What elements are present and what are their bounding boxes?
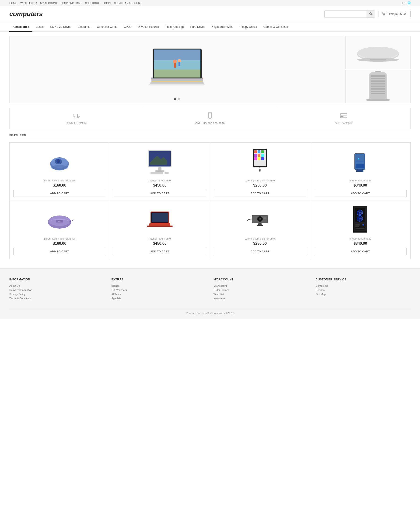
svg-rect-41: [366, 99, 390, 101]
footer-affiliates[interactable]: Affiliates: [112, 293, 207, 296]
carousel-dots: [174, 98, 180, 100]
footer-gift-vouchers[interactable]: Gift Vouchers: [112, 288, 207, 291]
svg-rect-61: [158, 167, 161, 171]
add-to-cart-5[interactable]: ADD TO CART: [13, 248, 106, 255]
nav-accessories[interactable]: Accessories: [9, 23, 32, 32]
feature-giftcard: GIFT CARDS: [277, 108, 410, 129]
nav-floppy[interactable]: Floppy Drives: [237, 23, 260, 32]
footer-terms[interactable]: Terms & Conditions: [9, 297, 105, 300]
nav-clearance[interactable]: Clearance: [75, 23, 94, 32]
svg-rect-80: [356, 164, 364, 168]
search-box: [324, 10, 375, 18]
nav-cpus[interactable]: CPUs: [121, 23, 135, 32]
nav-myaccount[interactable]: MY ACCOUNT: [40, 2, 57, 4]
svg-rect-35: [371, 84, 385, 85]
webcam-svg: [245, 209, 275, 230]
svg-rect-118: [355, 228, 364, 228]
product-price-4: $340.00: [353, 183, 367, 188]
footer-copyright: Powered By OpenCart Computers © 2013: [9, 308, 411, 314]
tower-svg: [349, 205, 372, 235]
nav-home[interactable]: HOME: [9, 2, 17, 4]
footer-privacy[interactable]: Privacy Policy: [9, 293, 105, 296]
nav-fans[interactable]: Fans (Cooling): [162, 23, 187, 32]
product-image-2: [114, 146, 206, 177]
footer-order-history[interactable]: Order History: [213, 288, 309, 291]
svg-rect-102: [257, 225, 263, 226]
hero-side-banners: [345, 36, 411, 103]
svg-rect-84: [356, 162, 364, 162]
nav-controller[interactable]: Controller Cards: [94, 23, 120, 32]
svg-rect-30: [371, 76, 385, 77]
footer-returns[interactable]: Returns: [316, 288, 411, 291]
footer-my-account[interactable]: My Account: [213, 284, 309, 287]
truck-icon: [73, 113, 80, 119]
drive-svg: [347, 150, 373, 173]
featured-section: FEATURED Lorem ipsum dolor sit amet $160…: [9, 134, 411, 259]
nav-login[interactable]: LOGIN: [103, 2, 111, 4]
svg-rect-70: [254, 154, 257, 157]
hero-side-top[interactable]: [345, 36, 411, 69]
hero-main-banner[interactable]: [9, 36, 345, 103]
product-price-5: $160.00: [53, 242, 66, 246]
dot-2[interactable]: [178, 98, 180, 100]
nav-wishlist[interactable]: WISH LIST (0): [20, 2, 37, 4]
nav-checkout[interactable]: CHECKOUT: [85, 2, 99, 4]
header: computers 0 item(s) - $0.00: [0, 6, 420, 22]
feature-shipping-text: FREE SHIPPING: [66, 121, 87, 124]
footer-columns: INFORMATION About Us Delivery Informatio…: [9, 278, 411, 301]
hero-side-bottom[interactable]: [345, 70, 411, 103]
footer-wish-list[interactable]: Wish List: [213, 293, 309, 296]
footer-info-title: INFORMATION: [9, 278, 105, 281]
nav-keyboards[interactable]: Keyboards / Mice: [208, 23, 237, 32]
add-to-cart-8[interactable]: ADD TO CART: [314, 248, 407, 255]
footer-extras: EXTRAS Brands Gift Vouchers Affiliates S…: [112, 278, 207, 301]
product-price-1: $160.00: [53, 183, 66, 188]
nav-drive-enclosures[interactable]: Drive Enclosures: [135, 23, 162, 32]
nav-cddvd[interactable]: CD / DVD Drives: [47, 23, 75, 32]
nav-hard-drives[interactable]: Hard Drives: [187, 23, 208, 32]
featured-title: FEATURED: [9, 134, 411, 139]
svg-point-0: [369, 12, 371, 15]
product-price-7: $280.00: [253, 242, 267, 246]
add-to-cart-3[interactable]: ADD TO CART: [214, 190, 306, 197]
svg-rect-32: [371, 80, 385, 81]
add-to-cart-6[interactable]: ADD TO CART: [114, 248, 206, 255]
product-price-2: $450.00: [153, 183, 167, 188]
nav-cart[interactable]: SHOPPING CART: [60, 2, 82, 4]
dot-1[interactable]: [174, 98, 176, 100]
language-selector[interactable]: EN: [402, 2, 405, 4]
svg-rect-74: [258, 157, 260, 160]
search-button[interactable]: [367, 11, 375, 17]
logo[interactable]: computers: [9, 10, 43, 18]
product-image-7: [214, 205, 306, 235]
svg-rect-31: [371, 78, 385, 79]
footer-sitemap[interactable]: Site Map: [316, 293, 411, 296]
add-to-cart-7[interactable]: ADD TO CART: [214, 248, 306, 255]
features-bar: FREE SHIPPING CALL US 800 889 9898 GIFT …: [9, 108, 411, 129]
svg-point-44: [78, 117, 79, 118]
topbar: HOME WISH LIST (0) MY ACCOUNT SHOPPING C…: [0, 0, 420, 6]
search-input[interactable]: [325, 11, 367, 17]
product-image-6: [114, 205, 206, 235]
footer-brands[interactable]: Brands: [112, 284, 207, 287]
footer-specials[interactable]: Specials: [112, 297, 207, 300]
add-to-cart-2[interactable]: ADD TO CART: [114, 190, 206, 197]
nav-create-account[interactable]: CREATE AN ACCOUNT: [114, 2, 141, 4]
footer-contact[interactable]: Contact Us: [316, 284, 411, 287]
svg-rect-39: [371, 91, 385, 92]
cart-button[interactable]: 0 item(s) - $0.00: [378, 11, 411, 17]
svg-line-1: [371, 14, 372, 15]
footer-delivery[interactable]: Delivery Information: [9, 288, 105, 291]
imac-svg: [145, 149, 175, 175]
feature-phone-text: CALL US 800 889 9898: [195, 122, 225, 125]
add-to-cart-1[interactable]: ADD TO CART: [13, 190, 106, 197]
product-image-1: [13, 146, 106, 177]
footer-newsletter[interactable]: Newsletter: [213, 297, 309, 300]
svg-point-99: [260, 218, 261, 219]
add-to-cart-4[interactable]: ADD TO CART: [314, 190, 407, 197]
nav-games[interactable]: Games & Gift Ideas: [260, 23, 291, 32]
footer-myaccount: MY ACCOUNT My Account Order History Wish…: [213, 278, 309, 301]
svg-rect-34: [371, 83, 385, 84]
nav-cases[interactable]: Cases: [32, 23, 47, 32]
footer-about[interactable]: About Us: [9, 284, 105, 287]
